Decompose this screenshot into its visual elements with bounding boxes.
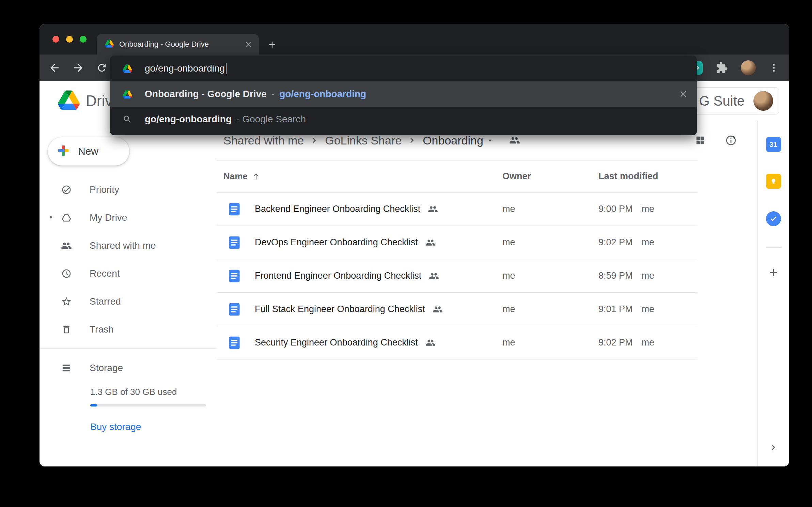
file-modified-time: 9:02 PM — [598, 237, 633, 248]
extensions-puzzle-icon[interactable] — [716, 62, 728, 74]
text-cursor — [226, 63, 227, 74]
storage-usage-text: 1.3 GB of 30 GB used — [90, 387, 217, 397]
tab-title: Onboarding - Google Drive — [119, 40, 244, 49]
file-modified-by: me — [642, 237, 655, 248]
google-docs-icon — [227, 235, 242, 250]
forward-button[interactable] — [72, 62, 84, 74]
sidebar-item-recent[interactable]: Recent — [40, 260, 217, 288]
clock-icon — [61, 268, 72, 279]
new-button-label: New — [78, 145, 98, 157]
my-drive-icon — [61, 213, 72, 223]
new-tab-button[interactable] — [267, 40, 277, 50]
minimize-window-button[interactable] — [66, 36, 73, 43]
suggestion-drive-result[interactable]: Onboarding - Google Drive - go/eng-onboa… — [110, 81, 697, 107]
multicolor-plus-icon — [57, 144, 70, 158]
file-modified-by: me — [642, 337, 655, 348]
tab-close-icon[interactable] — [244, 40, 253, 49]
shared-people-icon — [429, 271, 439, 281]
back-button[interactable] — [48, 62, 61, 74]
calendar-icon[interactable]: 31 — [766, 137, 781, 152]
sidebar-nav: Priority My Drive — [40, 176, 217, 343]
browser-tab[interactable]: Onboarding - Google Drive — [97, 34, 259, 55]
file-modified-time: 9:00 PM — [598, 204, 633, 214]
shared-people-icon — [425, 338, 436, 348]
rail-divider — [766, 247, 781, 248]
table-row[interactable]: DevOps Engineer Onboarding Checklist me … — [217, 226, 697, 259]
sidebar-item-label: Priority — [90, 184, 119, 195]
tasks-icon[interactable] — [766, 211, 781, 226]
star-icon — [61, 296, 72, 307]
shared-people-icon — [433, 304, 443, 314]
zoom-window-button[interactable] — [80, 36, 87, 43]
column-header-owner[interactable]: Owner — [500, 171, 598, 182]
add-addon-plus-icon[interactable] — [768, 267, 779, 278]
sidebar-item-starred[interactable]: Starred — [40, 288, 217, 316]
sidebar-item-storage[interactable]: Storage — [40, 354, 217, 382]
sidebar-item-label: Trash — [90, 324, 114, 335]
remove-suggestion-icon[interactable] — [678, 89, 688, 99]
close-window-button[interactable] — [52, 36, 59, 43]
table-row[interactable]: Backend Engineer Onboarding Checklist me… — [217, 193, 697, 226]
file-modified-by: me — [642, 304, 655, 314]
buy-storage-link[interactable]: Buy storage — [90, 421, 217, 432]
sort-ascending-icon[interactable] — [252, 172, 261, 181]
drive-sidebar: New Priority — [40, 121, 217, 466]
table-row[interactable]: Full Stack Engineer Onboarding Checklist… — [217, 293, 697, 326]
file-owner: me — [500, 237, 598, 248]
people-icon — [61, 240, 72, 251]
google-docs-icon — [227, 268, 242, 283]
storage-progress-fill — [90, 404, 97, 406]
column-header-modified[interactable]: Last modified — [598, 171, 697, 182]
sidebar-item-shared-with-me[interactable]: Shared with me — [40, 232, 217, 260]
omnibox-input[interactable]: go/eng-onboarding — [110, 56, 697, 81]
drive-logo[interactable] — [58, 90, 80, 111]
info-icon[interactable] — [725, 135, 737, 146]
browser-menu-icon[interactable] — [769, 63, 779, 73]
breadcrumb-golinks-share[interactable]: GoLinks Share — [325, 134, 402, 147]
google-docs-icon — [227, 202, 242, 217]
breadcrumb-onboarding[interactable]: Onboarding — [423, 134, 483, 147]
expand-arrow-icon[interactable] — [48, 214, 54, 221]
collapse-rail-chevron-icon[interactable] — [768, 442, 779, 453]
table-row[interactable]: Security Engineer Onboarding Checklist m… — [217, 326, 697, 359]
sidebar-item-trash[interactable]: Trash — [40, 316, 217, 343]
folder-dropdown-arrow-icon[interactable] — [485, 136, 495, 145]
keep-icon[interactable] — [766, 174, 781, 189]
column-header-name[interactable]: Name — [223, 171, 248, 182]
google-drive-app: Drive G Suite New — [40, 81, 789, 466]
trash-icon — [61, 324, 72, 335]
drive-favicon — [105, 40, 114, 49]
file-owner: me — [500, 304, 598, 314]
file-owner: me — [500, 271, 598, 281]
browser-profile-avatar[interactable] — [741, 60, 756, 75]
file-modified-by: me — [642, 271, 655, 281]
new-button[interactable]: New — [48, 137, 129, 166]
folder-shared-people-icon — [509, 135, 520, 146]
file-name: Frontend Engineer Onboarding Checklist — [255, 271, 421, 281]
view-controls — [694, 135, 737, 146]
suggestion-google-search[interactable]: go/eng-onboarding - Google Search — [110, 107, 697, 132]
file-name: Full Stack Engineer Onboarding Checklist — [255, 304, 425, 314]
toolbar-right-icons — [689, 60, 779, 75]
file-name: Security Engineer Onboarding Checklist — [255, 337, 418, 348]
breadcrumb-shared-with-me[interactable]: Shared with me — [223, 134, 304, 147]
file-modified-by: me — [642, 204, 655, 214]
grid-view-icon[interactable] — [694, 135, 706, 146]
chevron-right-icon — [309, 135, 319, 145]
sidebar-divider — [40, 348, 217, 349]
file-name: Backend Engineer Onboarding Checklist — [255, 204, 420, 214]
table-row[interactable]: Frontend Engineer Onboarding Checklist m… — [217, 259, 697, 293]
sidebar-item-label: Recent — [90, 268, 120, 279]
suggestion-separator: - — [271, 89, 275, 99]
sidebar-item-my-drive[interactable]: My Drive — [40, 204, 217, 232]
search-icon — [110, 114, 145, 124]
file-owner: me — [500, 204, 598, 214]
sidebar-item-priority[interactable]: Priority — [40, 176, 217, 204]
chevron-right-icon — [407, 135, 417, 145]
shared-people-icon — [428, 204, 438, 214]
priority-check-circle-icon — [61, 185, 72, 195]
workspace-side-rail: 31 — [757, 121, 789, 466]
account-avatar[interactable] — [753, 91, 773, 111]
reload-button[interactable] — [96, 62, 108, 74]
drive-favicon — [110, 90, 145, 98]
